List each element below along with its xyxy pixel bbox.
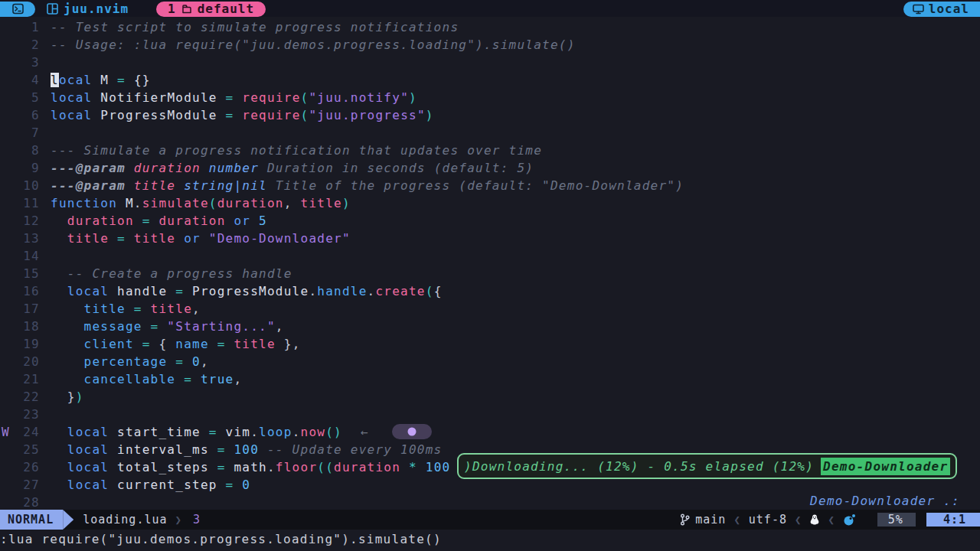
code-line: 5local NotifierModule = require("juu.not… bbox=[0, 89, 980, 106]
tab-label: default bbox=[198, 2, 254, 16]
line-number: 1 bbox=[14, 18, 40, 36]
git-branch-label: main bbox=[695, 513, 726, 527]
tab-default[interactable]: 1 default bbox=[156, 2, 266, 17]
code-line: 13 title = title or "Demo-Downloader" bbox=[0, 230, 980, 247]
sign-column bbox=[0, 159, 14, 177]
sign-column bbox=[0, 353, 14, 370]
session-button[interactable]: local bbox=[903, 2, 980, 17]
sign-column bbox=[0, 370, 14, 388]
line-number: 23 bbox=[14, 406, 40, 423]
sign-column bbox=[0, 194, 14, 212]
code-line: 7 bbox=[0, 124, 980, 142]
line-number: 19 bbox=[14, 335, 40, 353]
lua-icon bbox=[843, 514, 856, 527]
code-line: 23 bbox=[0, 406, 980, 423]
tab-count: 1 bbox=[168, 2, 176, 16]
line-number: 15 bbox=[14, 265, 40, 282]
code-line: 3 bbox=[0, 54, 980, 71]
line-number: 7 bbox=[14, 124, 40, 142]
sign-column bbox=[0, 54, 14, 71]
line-number: 8 bbox=[14, 142, 40, 159]
cursor-block: l bbox=[51, 73, 59, 87]
buffer-count: 3 bbox=[193, 510, 201, 530]
line-number: 10 bbox=[14, 177, 40, 194]
code-line: 15 -- Create a progress handle bbox=[0, 265, 980, 282]
code-line: 10---@param title string|nil Title of th… bbox=[0, 177, 980, 194]
sign-column bbox=[0, 106, 14, 124]
sign-column bbox=[0, 300, 14, 318]
sign-column bbox=[0, 494, 14, 511]
code-line: 16 local handle = ProgressModule.handle.… bbox=[0, 282, 980, 300]
git-branch: main bbox=[680, 513, 726, 527]
sign-column bbox=[0, 406, 14, 423]
command-line[interactable]: :lua require("juu.demos.progress.loading… bbox=[0, 530, 980, 551]
chevron-left-icon: ❮ bbox=[795, 514, 802, 526]
code-line: 6local ProgressModule = require("juu.pro… bbox=[0, 106, 980, 124]
sign-column bbox=[0, 335, 14, 353]
chevron-right-icon: ❯ bbox=[175, 510, 182, 530]
line-number: 13 bbox=[14, 230, 40, 247]
sign-column bbox=[0, 230, 14, 247]
sign-column bbox=[0, 71, 14, 89]
line-number: 26 bbox=[14, 458, 40, 476]
code-line: 11function M.simulate(duration, title) bbox=[0, 194, 980, 212]
os-linux-icon bbox=[809, 514, 820, 526]
line-number: 24 bbox=[14, 423, 40, 441]
editor-buffer[interactable]: 1-- Test script to simulate progress not… bbox=[0, 17, 980, 510]
sign-column bbox=[0, 36, 14, 54]
sign-column bbox=[0, 476, 14, 494]
code-line: 12 duration = duration or 5 bbox=[0, 212, 980, 230]
sign-column: W bbox=[0, 423, 14, 441]
line-number: 3 bbox=[14, 54, 40, 71]
sign-column bbox=[0, 124, 14, 142]
line-number: 27 bbox=[14, 476, 40, 494]
session-label: local bbox=[929, 2, 969, 16]
code-line: 22 }) bbox=[0, 388, 980, 406]
chevron-left-icon: ❮ bbox=[828, 514, 835, 526]
line-number: 6 bbox=[14, 106, 40, 124]
code-line: 18 message = "Starting...", bbox=[0, 318, 980, 335]
notification-source-badge: Demo-Downloader bbox=[821, 458, 950, 475]
sign-column bbox=[0, 388, 14, 406]
line-number: 18 bbox=[14, 318, 40, 335]
code-area: 1-- Test script to simulate progress not… bbox=[0, 18, 980, 511]
line-number: 12 bbox=[14, 212, 40, 230]
terminal-icon bbox=[12, 3, 24, 15]
line-number: 9 bbox=[14, 159, 40, 177]
line-number: 11 bbox=[14, 194, 40, 212]
line-number: 17 bbox=[14, 300, 40, 318]
code-line: 14 bbox=[0, 247, 980, 265]
code-line: 21 cancellable = true, bbox=[0, 370, 980, 388]
code-line: 2-- Usage: :lua require("juu.demos.progr… bbox=[0, 36, 980, 54]
project-name: juu.nvim bbox=[47, 2, 129, 16]
line-number: 4 bbox=[14, 71, 40, 89]
extmark-dot-icon bbox=[407, 427, 416, 435]
code-line: 19 client = { name = title }, bbox=[0, 335, 980, 353]
extmark-pill bbox=[392, 424, 432, 439]
sign-column bbox=[0, 318, 14, 335]
monitor-icon bbox=[913, 4, 924, 15]
notification-message: )Downloading... (12%) - 0.5s elapsed (12… bbox=[464, 458, 814, 475]
window-layout-icon bbox=[47, 3, 58, 15]
terminal-button[interactable] bbox=[0, 2, 35, 17]
chevron-left-icon: ❮ bbox=[733, 514, 740, 526]
code-line: 1-- Test script to simulate progress not… bbox=[0, 18, 980, 36]
sign-column bbox=[0, 441, 14, 458]
line-number: 16 bbox=[14, 282, 40, 300]
notification-title: Demo-Downloader .: bbox=[810, 492, 960, 510]
powerline-arrow bbox=[63, 510, 74, 530]
line-number: 14 bbox=[14, 247, 40, 265]
code-line: 4local M = {} bbox=[0, 71, 980, 89]
line-number: 2 bbox=[14, 36, 40, 54]
line-number: 21 bbox=[14, 370, 40, 388]
code-line: 9---@param duration number Duration in s… bbox=[0, 159, 980, 177]
sign-column bbox=[0, 18, 14, 36]
tabline: juu.nvim 1 default local bbox=[0, 0, 980, 17]
sign-column bbox=[0, 458, 14, 476]
sign-column bbox=[0, 265, 14, 282]
buffer-icon bbox=[181, 4, 192, 15]
code-line: 8--- Simulate a progress notification th… bbox=[0, 142, 980, 159]
code-line: W24 local start_time = vim.loop.now()← bbox=[0, 423, 980, 441]
sign-column bbox=[0, 177, 14, 194]
sign-column bbox=[0, 89, 14, 106]
